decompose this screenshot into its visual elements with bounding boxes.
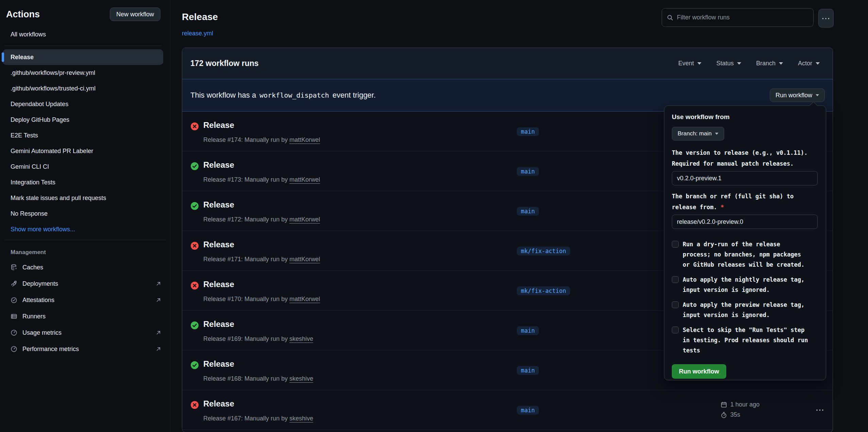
arrow-up-right-icon bbox=[155, 280, 162, 287]
sidebar-item-workflow[interactable]: No Response bbox=[3, 206, 163, 221]
version-input[interactable] bbox=[672, 171, 818, 185]
run-branch-pill[interactable]: mk/fix-action bbox=[517, 247, 570, 255]
run-branch-pill[interactable]: main bbox=[517, 127, 539, 136]
checkbox-label: Auto apply the nightly release tag, inpu… bbox=[683, 275, 809, 295]
popover-checkbox-option[interactable]: Auto apply the nightly release tag, inpu… bbox=[672, 275, 817, 295]
run-title[interactable]: Release bbox=[203, 160, 234, 170]
kebab-icon: ⋯ bbox=[821, 14, 831, 23]
runs-card-header: 172 workflow runs Event Status Branch Ac… bbox=[182, 48, 833, 79]
run-title[interactable]: Release bbox=[203, 319, 234, 329]
run-description: Release #173: Manually run by mattKorwel bbox=[203, 176, 320, 183]
management-section-title: Management bbox=[11, 249, 170, 256]
run-actor-link[interactable]: mattKorwel bbox=[289, 176, 320, 183]
run-branch-pill[interactable]: mk/fix-action bbox=[517, 286, 570, 295]
verified-icon bbox=[11, 297, 17, 303]
stopwatch-icon bbox=[720, 412, 727, 418]
sidebar-item-workflow[interactable]: Gemini CLI CI bbox=[3, 159, 163, 175]
chevron-down-icon bbox=[779, 62, 783, 65]
checkbox[interactable] bbox=[672, 327, 679, 333]
database-icon bbox=[11, 264, 17, 271]
filter-workflow-runs-box[interactable] bbox=[662, 8, 814, 27]
sidebar-item-usage-metrics[interactable]: Usage metrics bbox=[0, 325, 170, 341]
run-actor-link[interactable]: mattKorwel bbox=[289, 296, 320, 302]
version-help-text: The version to release (e.g., v0.1.11). … bbox=[672, 147, 817, 169]
calendar-icon bbox=[720, 401, 727, 408]
run-description: Release #171: Manually run by mattKorwel bbox=[203, 256, 320, 263]
run-description: Release #169: Manually run by skeshive bbox=[203, 335, 313, 343]
search-icon bbox=[667, 14, 674, 21]
filter-input[interactable] bbox=[677, 14, 809, 21]
run-branch-pill[interactable]: main bbox=[517, 167, 539, 176]
event-filter-dropdown[interactable]: Event bbox=[678, 60, 701, 67]
sidebar-item-workflow[interactable]: E2E Tests bbox=[3, 128, 163, 143]
workflow-list: All workflowsRelease.github/workflows/pr… bbox=[3, 27, 163, 237]
checkbox[interactable] bbox=[672, 301, 679, 308]
popover-heading: Use workflow from bbox=[672, 113, 817, 121]
rocket-icon bbox=[11, 280, 17, 287]
run-actor-link[interactable]: mattKorwel bbox=[289, 256, 320, 263]
run-title[interactable]: Release bbox=[203, 240, 234, 249]
run-branch-pill[interactable]: main bbox=[517, 207, 539, 216]
chevron-down-icon bbox=[816, 94, 819, 96]
checkbox-label: Auto apply the preview release tag, inpu… bbox=[683, 300, 809, 320]
run-title[interactable]: Release bbox=[203, 200, 234, 210]
sidebar-item-deployments[interactable]: Deployments bbox=[0, 276, 170, 292]
popover-checkbox-option[interactable]: Run a dry-run of the release process; no… bbox=[672, 239, 817, 270]
workflow-options-kebab-button[interactable]: ⋯ bbox=[818, 9, 834, 28]
run-title[interactable]: Release bbox=[203, 359, 234, 369]
sidebar-item-workflow[interactable]: Gemini Automated PR Labeler bbox=[3, 143, 163, 159]
popover-checkbox-option[interactable]: Auto apply the preview release tag, inpu… bbox=[672, 300, 817, 320]
status-filter-dropdown[interactable]: Status bbox=[716, 60, 741, 67]
sidebar-item-workflow[interactable]: Integration Tests bbox=[3, 175, 163, 190]
run-title[interactable]: Release bbox=[203, 120, 234, 130]
sidebar-item-workflow[interactable]: .github/workflows/trusted-ci.yml bbox=[3, 81, 163, 96]
new-workflow-button[interactable]: New workflow bbox=[110, 7, 160, 21]
sidebar-item-attestations[interactable]: Attestations bbox=[0, 292, 170, 308]
sidebar-item-workflow[interactable]: Release bbox=[3, 49, 163, 65]
checkbox-label: Select to skip the "Run Tests" step in t… bbox=[683, 325, 809, 355]
run-branch-pill[interactable]: main bbox=[517, 326, 539, 335]
sidebar-divider bbox=[4, 46, 162, 46]
run-actor-link[interactable]: skeshive bbox=[289, 335, 313, 342]
run-options-kebab-button[interactable]: ⋯ bbox=[811, 404, 830, 416]
sidebar-item-workflow[interactable]: .github/workflows/pr-review.yml bbox=[3, 65, 163, 81]
sidebar-item-workflow[interactable]: Deploy GitHub Pages bbox=[3, 112, 163, 128]
sidebar-item-workflow[interactable]: Show more workflows... bbox=[3, 221, 163, 237]
ref-help-text: The branch or ref (full git sha) to rele… bbox=[672, 191, 817, 213]
sidebar-item-workflow[interactable]: All workflows bbox=[3, 27, 163, 42]
popover-checkbox-option[interactable]: Select to skip the "Run Tests" step in t… bbox=[672, 325, 817, 355]
checkbox[interactable] bbox=[672, 241, 679, 248]
actions-sidebar: Actions New workflow All workflowsReleas… bbox=[0, 0, 170, 432]
ref-input[interactable] bbox=[672, 215, 818, 229]
run-actor-link[interactable]: skeshive bbox=[289, 375, 313, 382]
sidebar-item-workflow[interactable]: Mark stale issues and pull requests bbox=[3, 190, 163, 206]
sidebar-item-caches[interactable]: Caches bbox=[0, 259, 170, 276]
check-circle-icon bbox=[191, 162, 199, 170]
workflow-file-link[interactable]: release.yml bbox=[182, 30, 213, 37]
run-actor-link[interactable]: skeshive bbox=[289, 415, 313, 422]
branch-filter-dropdown[interactable]: Branch bbox=[756, 60, 783, 67]
branch-selector-button[interactable]: Branch: main bbox=[672, 127, 724, 140]
sidebar-item-performance-metrics[interactable]: Performance metrics bbox=[0, 341, 170, 357]
actor-filter-dropdown[interactable]: Actor bbox=[798, 60, 820, 67]
sidebar-divider bbox=[4, 240, 166, 240]
run-workflow-submit-button[interactable]: Run workflow bbox=[672, 364, 726, 379]
run-branch-pill[interactable]: main bbox=[517, 406, 539, 415]
run-title[interactable]: Release bbox=[203, 399, 234, 409]
run-actor-link[interactable]: mattKorwel bbox=[289, 136, 320, 143]
run-workflow-popover: Use workflow from Branch: main The versi… bbox=[664, 105, 826, 380]
run-actor-link[interactable]: mattKorwel bbox=[289, 216, 320, 223]
run-branch-pill[interactable]: main bbox=[517, 366, 539, 375]
chevron-down-icon bbox=[816, 62, 820, 65]
workflow-run-row[interactable]: Release Release #167: Manually run by sk… bbox=[182, 390, 833, 430]
checkbox[interactable] bbox=[672, 276, 679, 283]
sidebar-item-runners[interactable]: Runners bbox=[0, 308, 170, 325]
arrow-up-right-icon bbox=[155, 329, 162, 336]
run-workflow-dropdown-button[interactable]: Run workflow bbox=[770, 88, 825, 102]
chevron-down-icon bbox=[715, 133, 718, 135]
next-row-sliver bbox=[182, 430, 833, 432]
sidebar-item-workflow[interactable]: Dependabot Updates bbox=[3, 96, 163, 112]
x-circle-icon bbox=[191, 242, 199, 250]
check-circle-icon bbox=[191, 321, 199, 329]
run-title[interactable]: Release bbox=[203, 280, 234, 289]
